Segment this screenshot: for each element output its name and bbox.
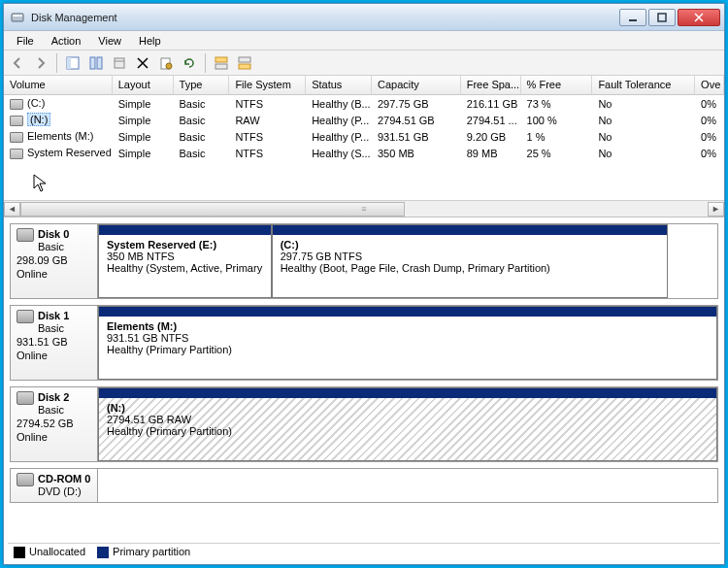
volume-list[interactable]: Volume Layout Type File System Status Ca… xyxy=(4,76,724,217)
partition[interactable]: (N:)2794.51 GB RAWHealthy (Primary Parti… xyxy=(98,387,717,461)
disk-management-window: Disk Management File Action View Help Vo… xyxy=(3,3,725,565)
console-tree-icon[interactable] xyxy=(63,53,83,73)
col-filesystem[interactable]: File System xyxy=(229,76,306,94)
horizontal-scrollbar[interactable]: ◄ ≡ ► xyxy=(4,200,724,217)
cell-free: 9.20 GB xyxy=(461,130,521,144)
col-capacity[interactable]: Capacity xyxy=(372,76,461,94)
svg-rect-6 xyxy=(90,57,95,69)
volume-name: Elements (M:) xyxy=(27,130,93,142)
disk-type: Basic xyxy=(17,403,91,417)
legend-label: Primary partition xyxy=(113,546,190,557)
disk-state: Online xyxy=(17,267,91,281)
svg-rect-3 xyxy=(658,14,666,21)
partition[interactable]: Elements (M:)931.51 GB NTFSHealthy (Prim… xyxy=(98,306,717,380)
volume-row[interactable]: (N:)SimpleBasicRAWHealthy (P...2794.51 G… xyxy=(4,112,724,128)
layout-bottom-icon[interactable] xyxy=(235,53,254,73)
disk-icon xyxy=(17,310,34,323)
drive-icon xyxy=(10,132,23,143)
col-overhead[interactable]: Ove xyxy=(695,76,724,94)
disk-info[interactable]: Disk 0Basic298.09 GBOnline xyxy=(11,224,98,298)
disk-label: Disk 1 xyxy=(38,310,69,321)
cell-pfree: 73 % xyxy=(521,97,593,111)
menu-help[interactable]: Help xyxy=(130,33,170,49)
partition-header xyxy=(273,225,667,235)
svg-rect-14 xyxy=(239,57,250,62)
partition-size: 297.75 GB NTFS xyxy=(281,251,362,262)
disk-panel[interactable]: Disk 0Basic298.09 GBOnlineSystem Reserve… xyxy=(10,223,718,299)
menu-view[interactable]: View xyxy=(89,33,130,49)
disk-size: 298.09 GB xyxy=(17,253,91,267)
properties-icon[interactable] xyxy=(156,53,176,73)
volume-list-header[interactable]: Volume Layout Type File System Status Ca… xyxy=(4,76,724,95)
settings-icon[interactable] xyxy=(110,53,129,73)
partition-size: 2794.51 GB RAW xyxy=(107,414,191,425)
drive-icon xyxy=(10,99,23,110)
minimize-button[interactable] xyxy=(619,9,646,26)
partition[interactable]: (C:)297.75 GB NTFSHealthy (Boot, Page Fi… xyxy=(272,224,668,298)
col-fault[interactable]: Fault Tolerance xyxy=(592,76,695,94)
disk-info[interactable]: CD-ROM 0DVD (D:) xyxy=(11,469,98,502)
drive-icon xyxy=(10,116,23,126)
disk-info[interactable]: Disk 1Basic931.51 GBOnline xyxy=(11,306,98,380)
cell-status: Healthy (S... xyxy=(306,147,372,160)
titlebar[interactable]: Disk Management xyxy=(4,4,724,31)
cell-layout: Simple xyxy=(113,130,174,144)
volume-list-empty-area[interactable] xyxy=(4,161,724,200)
window-title: Disk Management xyxy=(31,12,619,23)
volume-row[interactable]: (C:)SimpleBasicNTFSHealthy (B...297.75 G… xyxy=(4,95,724,112)
layout-top-icon[interactable] xyxy=(212,53,231,73)
svg-rect-13 xyxy=(215,64,227,69)
disk-label: CD-ROM 0 xyxy=(38,473,90,484)
disk-panel[interactable]: CD-ROM 0DVD (D:) xyxy=(10,468,718,503)
cell-type: Basic xyxy=(174,97,230,111)
volume-row[interactable]: Elements (M:)SimpleBasicNTFSHealthy (P..… xyxy=(4,128,724,145)
disk-panel[interactable]: Disk 2Basic2794.52 GBOnline(N:)2794.51 G… xyxy=(10,386,718,462)
col-free[interactable]: Free Spa... xyxy=(461,76,521,94)
rescan-icon[interactable] xyxy=(180,53,199,73)
delete-icon[interactable] xyxy=(133,53,152,73)
forward-icon[interactable] xyxy=(31,53,50,73)
legend-swatch-primary xyxy=(97,547,109,558)
col-status[interactable]: Status xyxy=(306,76,372,94)
volume-row[interactable]: System Reserved (...SimpleBasicNTFSHealt… xyxy=(4,145,724,161)
volume-name: (C:) xyxy=(27,97,45,109)
col-type[interactable]: Type xyxy=(174,76,230,94)
back-icon[interactable] xyxy=(8,53,27,73)
cell-overhead: 0% xyxy=(695,130,724,144)
scroll-right-icon[interactable]: ► xyxy=(708,202,724,217)
cell-pfree: 1 % xyxy=(521,130,593,144)
partition-title: System Reserved (E:) xyxy=(107,239,216,251)
cell-pfree: 100 % xyxy=(521,114,593,127)
menu-action[interactable]: Action xyxy=(43,33,90,49)
legend-label: Unallocated xyxy=(29,546,85,557)
disk-graphical-view[interactable]: Disk 0Basic298.09 GBOnlineSystem Reserve… xyxy=(4,217,724,509)
cell-fs: NTFS xyxy=(229,130,306,144)
refresh-icon[interactable] xyxy=(86,53,106,73)
svg-rect-2 xyxy=(629,19,637,21)
col-layout[interactable]: Layout xyxy=(113,76,174,94)
maximize-button[interactable] xyxy=(648,9,676,26)
partition[interactable]: System Reserved (E:)350 MB NTFSHealthy (… xyxy=(98,224,272,298)
svg-rect-5 xyxy=(67,57,71,69)
disk-info[interactable]: Disk 2Basic2794.52 GBOnline xyxy=(11,387,98,461)
toolbar xyxy=(4,50,724,76)
col-pfree[interactable]: % Free xyxy=(521,76,593,94)
partition-size: 931.51 GB NTFS xyxy=(107,332,188,344)
app-icon xyxy=(10,10,25,25)
close-button[interactable] xyxy=(678,9,720,26)
disk-type: Basic xyxy=(17,240,91,253)
disk-size: 2794.52 GB xyxy=(17,417,91,430)
menu-file[interactable]: File xyxy=(8,33,43,49)
partition-header xyxy=(99,388,716,398)
cell-fs: NTFS xyxy=(229,147,306,160)
disk-panel[interactable]: Disk 1Basic931.51 GBOnlineElements (M:)9… xyxy=(10,305,718,381)
col-volume[interactable]: Volume xyxy=(4,76,113,94)
disk-partitions: (N:)2794.51 GB RAWHealthy (Primary Parti… xyxy=(98,387,717,461)
toolbar-divider xyxy=(56,53,57,73)
cell-fault: No xyxy=(592,97,695,111)
scroll-thumb[interactable] xyxy=(20,202,405,217)
cell-layout: Simple xyxy=(113,114,174,127)
disk-partitions: System Reserved (E:)350 MB NTFSHealthy (… xyxy=(98,224,717,298)
scroll-left-icon[interactable]: ◄ xyxy=(4,202,20,217)
cell-capacity: 297.75 GB xyxy=(372,97,461,111)
